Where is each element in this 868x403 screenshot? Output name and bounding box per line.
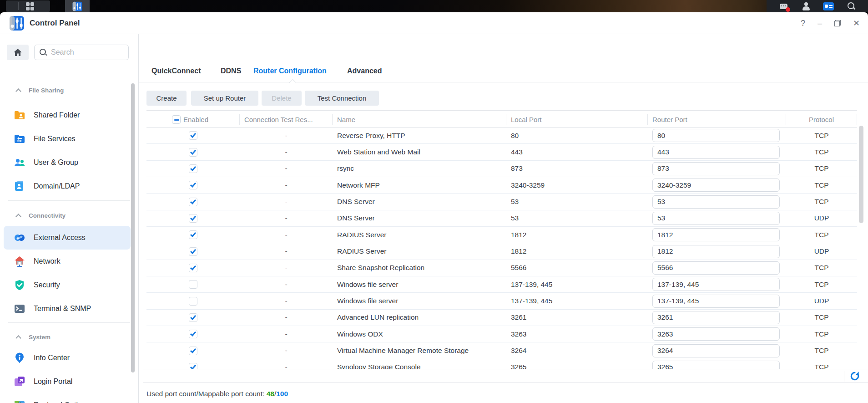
router-port-input[interactable] — [652, 361, 780, 369]
service-name-cell: Windows ODX — [333, 330, 506, 338]
tab-router-configuration[interactable]: Router Configuration — [253, 67, 327, 75]
table-row[interactable]: -RADIUS Server1812UDP — [146, 243, 857, 260]
user-account-icon[interactable] — [801, 2, 812, 11]
table-row[interactable]: -Windows file server137-139, 445UDP — [146, 293, 857, 309]
sidebar-item-domain-ldap[interactable]: Domain/LDAP — [4, 174, 131, 198]
row-enabled-checkbox[interactable] — [189, 330, 197, 338]
local-port-cell: 137-139, 445 — [506, 297, 648, 305]
table-row[interactable]: -Advanced LUN replication3261TCP — [146, 310, 857, 326]
home-button[interactable] — [7, 45, 29, 60]
column-header-local-port[interactable]: Local Port — [506, 114, 648, 125]
router-port-input[interactable] — [652, 261, 780, 275]
router-port-input[interactable] — [652, 129, 780, 142]
table-scrollbar[interactable] — [859, 126, 863, 223]
row-enabled-checkbox[interactable] — [189, 230, 197, 239]
column-header-protocol[interactable]: Protocol — [786, 114, 857, 125]
sidebar-item-login-portal[interactable]: Login Portal — [4, 370, 131, 393]
router-port-input[interactable] — [652, 212, 780, 225]
chat-notifications-icon[interactable] — [778, 2, 789, 11]
router-port-input[interactable] — [652, 195, 780, 209]
table-row[interactable]: -Windows file server137-139, 445TCP — [146, 276, 857, 293]
table-row[interactable]: -RADIUS Server1812TCP — [146, 227, 857, 243]
table-row[interactable]: -Synology Storage Console3265TCP — [146, 359, 857, 369]
taskbar-left-group[interactable] — [6, 0, 50, 12]
row-enabled-checkbox[interactable] — [189, 363, 197, 369]
table-row[interactable]: -Web Station and Web Mail443TCP — [146, 144, 857, 160]
search-icon[interactable] — [846, 2, 857, 11]
router-port-input[interactable] — [652, 295, 780, 308]
sidebar-item-terminal-snmp[interactable]: Terminal & SNMP — [4, 297, 131, 321]
row-enabled-checkbox[interactable] — [189, 264, 197, 272]
section-connectivity[interactable]: Connectivity — [0, 209, 138, 222]
table-row[interactable]: -DNS Server53UDP — [146, 210, 857, 227]
test-connection-button[interactable]: Test Connection — [305, 91, 379, 106]
collapse-chevron-icon — [15, 214, 21, 219]
restore-button[interactable] — [834, 20, 841, 26]
table-row[interactable]: -rsync873TCP — [146, 161, 857, 177]
row-enabled-checkbox[interactable] — [189, 297, 197, 306]
table-row[interactable]: -Virtual Machine Manager Remote Storage3… — [146, 342, 857, 359]
row-enabled-checkbox[interactable] — [189, 313, 197, 322]
sidebar-item-info-center[interactable]: Info Center — [4, 346, 131, 370]
tab-quickconnect[interactable]: QuickConnect — [151, 67, 201, 75]
sidebar-item-shared-folder[interactable]: Shared Folder — [4, 103, 131, 127]
external-access-icon — [14, 232, 25, 244]
row-enabled-checkbox[interactable] — [189, 148, 197, 157]
table-row[interactable]: -Windows ODX3263TCP — [146, 326, 857, 342]
row-enabled-checkbox[interactable] — [189, 181, 197, 189]
router-port-input[interactable] — [652, 146, 780, 159]
tab-ddns[interactable]: DDNS — [221, 67, 241, 75]
router-port-input[interactable] — [652, 344, 780, 357]
local-port-cell: 3263 — [506, 330, 648, 338]
table-row[interactable]: -Reverse Proxy, HTTP80TCP — [146, 128, 857, 144]
column-header-name[interactable]: Name — [333, 114, 506, 125]
help-button[interactable]: ? — [801, 19, 805, 27]
collapse-chevron-icon — [15, 88, 21, 94]
sidebar-scrollbar[interactable] — [131, 83, 135, 372]
table-row[interactable]: -DNS Server53TCP — [146, 194, 857, 210]
router-port-input[interactable] — [652, 327, 780, 341]
row-enabled-checkbox[interactable] — [189, 347, 197, 355]
router-port-input[interactable] — [652, 278, 780, 291]
row-enabled-checkbox[interactable] — [189, 131, 197, 140]
row-enabled-checkbox[interactable] — [189, 164, 197, 173]
column-header-enabled[interactable]: Enabled — [183, 116, 208, 123]
column-header-router-port[interactable]: Router Port — [648, 114, 786, 125]
taskbar-control-panel-button[interactable] — [65, 0, 90, 12]
router-port-input[interactable] — [652, 311, 780, 324]
sidebar-item-external-access[interactable]: External Access — [4, 226, 131, 250]
sidebar-item-user-group[interactable]: User & Group — [4, 151, 131, 174]
router-port-input[interactable] — [652, 162, 780, 175]
table-row[interactable]: -Network MFP3240-3259TCP — [146, 177, 857, 194]
router-port-input[interactable] — [652, 179, 780, 192]
sidebar-item-security[interactable]: Security — [4, 273, 131, 297]
section-system[interactable]: System — [0, 330, 138, 344]
search-input[interactable] — [51, 48, 119, 56]
refresh-button[interactable] — [850, 371, 860, 381]
row-enabled-checkbox[interactable] — [189, 198, 197, 206]
sidebar-item-network[interactable]: Network — [4, 250, 131, 273]
column-header-connection-test[interactable]: Connection Test Res... — [240, 114, 333, 125]
row-enabled-checkbox[interactable] — [189, 280, 197, 289]
minimize-button[interactable]: – — [818, 19, 822, 27]
tab-advanced[interactable]: Advanced — [347, 67, 382, 75]
setup-router-button[interactable]: Set up Router — [191, 91, 258, 106]
widgets-badge-icon[interactable] — [823, 2, 834, 11]
select-all-checkbox[interactable] — [172, 115, 181, 124]
search-box[interactable] — [34, 45, 129, 60]
sidebar-item-regional-options[interactable]: Regional Options — [4, 393, 131, 403]
used-port-count: 48 — [267, 390, 274, 398]
router-port-input[interactable] — [652, 228, 780, 241]
service-name-cell: Advanced LUN replication — [333, 313, 506, 321]
section-file-sharing[interactable]: File Sharing — [0, 83, 138, 97]
sidebar-item-file-services[interactable]: File Services — [4, 127, 131, 151]
row-enabled-checkbox[interactable] — [189, 247, 197, 256]
close-button[interactable]: ✕ — [853, 19, 860, 27]
table-row[interactable]: -Share Snapshot Replication5566TCP — [146, 260, 857, 276]
connection-test-result-cell: - — [240, 281, 333, 289]
create-button[interactable]: Create — [146, 91, 187, 106]
row-enabled-checkbox[interactable] — [189, 214, 197, 223]
delete-button[interactable]: Delete — [262, 91, 302, 106]
router-port-input[interactable] — [652, 245, 780, 258]
main-menu-grid-icon[interactable] — [26, 2, 34, 10]
